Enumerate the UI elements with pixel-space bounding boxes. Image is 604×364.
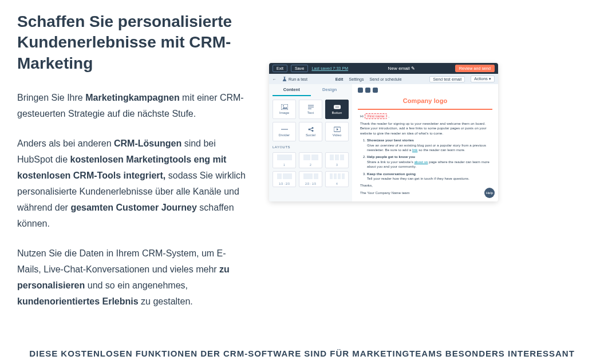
features-subheading: DIESE KOSTENLOSEN FUNKTIONEN DER CRM-SOF… — [17, 349, 587, 358]
tab-edit: Edit — [335, 77, 344, 81]
list-item: Help people get to know youShare a link … — [367, 155, 490, 169]
illustration-column: Exit Save Last saved 7:33 PM New email ✎… — [269, 11, 587, 201]
layout-3: 3 — [325, 152, 349, 168]
pencil-icon: ✎ — [411, 66, 415, 71]
save-button: Save — [291, 65, 308, 72]
layout-1: 1 — [273, 152, 296, 168]
divider-icon — [281, 126, 288, 132]
flask-icon — [282, 77, 287, 81]
email-editor-screenshot: Exit Save Last saved 7:33 PM New email ✎… — [269, 63, 498, 201]
editor-title: New email ✎ — [352, 66, 452, 71]
review-send-button: Review and send — [455, 65, 495, 72]
section-heading: Schaffen Sie personalisierte Kundenerleb… — [17, 11, 246, 74]
run-test-link: Run a test — [282, 77, 307, 81]
layouts-label: LAYOUTS — [273, 145, 349, 149]
list-item: Showcase your best storiesGive an overvi… — [367, 138, 490, 152]
side-tab-content: Content — [273, 84, 311, 96]
list-item: Keep the conversation goingTell your rea… — [367, 172, 490, 181]
block-image: Image — [273, 100, 296, 119]
tab-send: Send or schedule — [370, 77, 402, 81]
block-social: Social — [299, 122, 322, 141]
layout-2-1: 2/3 : 1/3 — [299, 171, 322, 187]
button-icon — [334, 104, 341, 110]
paragraph-1: Bringen Sie Ihre Marketingkampagnen mit … — [17, 90, 246, 122]
last-saved-link: Last saved 7:33 PM — [311, 66, 348, 70]
layout-1-2: 1/3 : 2/3 — [273, 171, 296, 187]
svg-line-8 — [310, 128, 312, 129]
signoff-name: The Your Company Name team — [360, 191, 490, 195]
svg-line-9 — [310, 130, 312, 131]
image-icon — [281, 104, 288, 110]
back-icon: ← — [273, 77, 277, 81]
exit-button: Exit — [273, 65, 287, 72]
text-icon — [307, 104, 314, 110]
link-placeholder: about us — [414, 160, 428, 164]
email-body: Hi First name , Thank the reader for sig… — [358, 109, 492, 195]
send-test-button: Send test email — [429, 76, 465, 82]
personalization-token: First name — [365, 113, 387, 119]
svg-point-1 — [283, 105, 284, 106]
actions-dropdown: Actions ▾ — [471, 76, 495, 82]
company-logo-placeholder: Company logo — [358, 95, 492, 109]
block-video: Video — [325, 122, 349, 141]
block-divider: Divider — [273, 122, 296, 141]
svg-rect-0 — [281, 104, 288, 110]
block-button: Button — [325, 100, 349, 119]
side-tab-design: Design — [311, 84, 349, 96]
email-canvas: Company logo Hi First name , Thank the r… — [352, 84, 498, 201]
intro-paragraph: Thank the reader for signing up to your … — [360, 121, 490, 136]
paragraph-3: Nutzen Sie die Daten in Ihrem CRM-System… — [17, 246, 246, 310]
editor-topbar: Exit Save Last saved 7:33 PM New email ✎… — [269, 63, 498, 74]
social-icon — [307, 126, 314, 132]
video-icon — [334, 126, 341, 132]
signoff: Thanks, — [360, 183, 490, 188]
link-placeholder: link — [412, 148, 417, 152]
layout-2: 2 — [299, 152, 322, 168]
paragraph-2: Anders als bei anderen CRM-Lösungen sind… — [17, 136, 246, 232]
layout-4: 4 — [325, 171, 349, 187]
editor-sidebar: Content Design Image Text Button Divider… — [269, 84, 352, 201]
help-bubble: Help — [484, 188, 495, 198]
text-column: Schaffen Sie personalisierte Kundenerleb… — [17, 11, 246, 323]
block-text: Text — [299, 100, 322, 119]
editor-toolbar: ← Run a test Edit Settings Send or sched… — [269, 74, 498, 84]
canvas-handles — [358, 88, 492, 93]
tab-settings: Settings — [349, 77, 364, 81]
svg-rect-3 — [335, 107, 339, 108]
